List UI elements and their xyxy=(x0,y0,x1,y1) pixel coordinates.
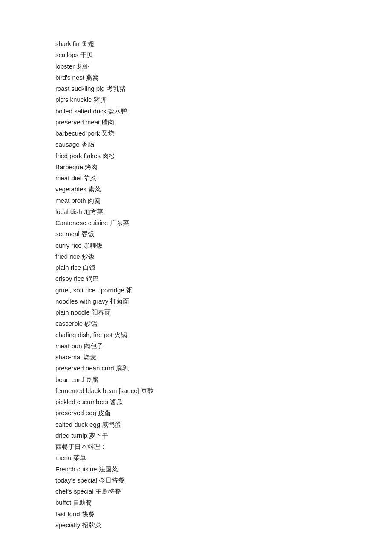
list-item: buffet 自助餐 xyxy=(55,497,392,508)
list-item: barbecued pork 又烧 xyxy=(55,128,392,139)
english-term: bird's nest xyxy=(55,74,84,81)
list-item: lobster 龙虾 xyxy=(55,61,392,72)
chinese-term: 今日特餐 xyxy=(97,477,124,484)
english-term: local dish xyxy=(55,208,82,215)
list-item: local dish 地方菜 xyxy=(55,206,392,217)
chinese-term: 菜单 xyxy=(72,454,86,461)
chinese-term: 腊肉 xyxy=(100,119,114,126)
list-item: preserved meat 腊肉 xyxy=(55,117,392,128)
english-term: preserved bean curd xyxy=(55,364,114,372)
chinese-term: 皮蛋 xyxy=(96,409,111,416)
english-term: plain noodle xyxy=(55,309,90,316)
chinese-term: 地方菜 xyxy=(82,208,103,215)
chinese-term: 客饭 xyxy=(80,230,94,237)
english-term: fermented black bean [sauce] xyxy=(55,387,139,394)
chinese-term: 荤菜 xyxy=(82,174,96,182)
chinese-term: 烤肉 xyxy=(83,163,98,171)
list-item: fried pork flakes 肉松 xyxy=(55,150,392,162)
english-term: Cantonese cuisine xyxy=(55,219,108,226)
chinese-term: 酱瓜 xyxy=(108,398,123,405)
english-term: chef's special xyxy=(55,488,94,495)
list-item: noodles with gravy 打卤面 xyxy=(55,296,392,307)
english-term: bean curd xyxy=(55,376,84,383)
chinese-term: 广东菜 xyxy=(108,219,129,226)
list-item: preserved egg 皮蛋 xyxy=(55,408,392,419)
english-term: crispy rice xyxy=(55,275,84,282)
chinese-term: 法国菜 xyxy=(97,465,118,473)
list-item: meat diet 荤菜 xyxy=(55,173,392,184)
english-term: shao-mai xyxy=(55,353,82,361)
english-term: salted duck egg xyxy=(55,421,100,428)
chinese-term: 粥 xyxy=(124,286,133,294)
chinese-term: 腐乳 xyxy=(114,364,129,372)
english-term: set meal xyxy=(55,230,80,237)
english-term: specialty xyxy=(55,521,80,529)
english-term: meat bun xyxy=(55,342,82,350)
chinese-term: 肉羹 xyxy=(86,197,101,204)
chinese-term: 豆腐 xyxy=(84,376,98,383)
list-item: French cuisine 法国菜 xyxy=(55,464,392,475)
chinese-term: 燕窝 xyxy=(84,74,99,81)
list-item: gruel, soft rice , porridge 粥 xyxy=(55,285,392,296)
english-term: preserved meat xyxy=(55,119,100,126)
english-term: roast suckling pig xyxy=(55,85,105,92)
english-term: curry rice xyxy=(55,242,82,249)
list-item: menu 菜单 xyxy=(55,452,392,463)
english-term: lobster xyxy=(55,63,75,70)
list-item: crispy rice 锅巴 xyxy=(55,273,392,284)
list-item: curry rice 咖喱饭 xyxy=(55,240,392,251)
section-header-text: 西餐于日本料理： xyxy=(55,443,107,450)
list-item: boiled salted duck 盐水鸭 xyxy=(55,106,392,117)
list-item: Cantonese cuisine 广东菜 xyxy=(55,217,392,228)
chinese-term: 肉包子 xyxy=(82,342,103,350)
list-item: 西餐于日本料理： xyxy=(55,441,392,452)
english-term: plain rice xyxy=(55,264,81,271)
chinese-term: 龙虾 xyxy=(75,63,89,70)
list-item: fried rice 炒饭 xyxy=(55,251,392,262)
list-item: vegetables 素菜 xyxy=(55,184,392,195)
list-item: sausage 香肠 xyxy=(55,139,392,150)
chinese-term: 招牌菜 xyxy=(80,521,101,529)
english-term: dried turnip xyxy=(55,432,87,439)
list-item: chef's special 主厨特餐 xyxy=(55,486,392,497)
chinese-term: 咖喱饭 xyxy=(82,242,103,249)
english-term: casserole xyxy=(55,320,83,327)
chinese-term: 考乳猪 xyxy=(105,85,126,92)
chinese-term: 炒饭 xyxy=(80,253,95,260)
chinese-term: 盐水鸭 xyxy=(107,107,127,115)
list-item: dried turnip 萝卜干 xyxy=(55,430,392,441)
chinese-term: 香肠 xyxy=(80,141,94,148)
list-item: plain noodle 阳春面 xyxy=(55,307,392,318)
list-item: Barbeque 烤肉 xyxy=(55,162,392,173)
english-term: gruel, soft rice , porridge xyxy=(55,286,124,294)
chinese-term: 打卤面 xyxy=(108,298,129,305)
chinese-term: 烧麦 xyxy=(82,353,96,361)
list-item: shark fin 鱼翅 xyxy=(55,38,392,49)
list-item: meat broth 肉羹 xyxy=(55,195,392,206)
list-item: pickled cucumbers 酱瓜 xyxy=(55,396,392,408)
list-item: bean curd 豆腐 xyxy=(55,374,392,385)
list-item: set meal 客饭 xyxy=(55,228,392,240)
chinese-term: 素菜 xyxy=(86,185,101,193)
english-term: sausage xyxy=(55,141,80,148)
chinese-term: 咸鸭蛋 xyxy=(100,421,121,428)
chinese-term: 又烧 xyxy=(100,130,114,137)
chinese-term: 鱼翅 xyxy=(80,40,94,47)
list-item: chafing dish, fire pot 火锅 xyxy=(55,330,392,341)
english-term: boiled salted duck xyxy=(55,107,107,115)
chinese-term: 自助餐 xyxy=(71,499,92,506)
english-term: meat broth xyxy=(55,197,86,204)
english-term: fried pork flakes xyxy=(55,152,101,159)
english-term: French cuisine xyxy=(55,465,97,473)
list-item: pig's knuckle 猪脚 xyxy=(55,94,392,105)
list-item: roast suckling pig 考乳猪 xyxy=(55,83,392,94)
english-term: menu xyxy=(55,454,72,461)
english-term: fast food xyxy=(55,510,80,517)
chinese-term: 快餐 xyxy=(80,510,95,517)
english-term: pig's knuckle xyxy=(55,96,92,103)
english-term: Barbeque xyxy=(55,163,83,171)
chinese-term: 萝卜干 xyxy=(87,432,108,439)
list-item: preserved bean curd 腐乳 xyxy=(55,363,392,374)
english-term: barbecued pork xyxy=(55,130,100,137)
english-term: meat diet xyxy=(55,174,82,182)
